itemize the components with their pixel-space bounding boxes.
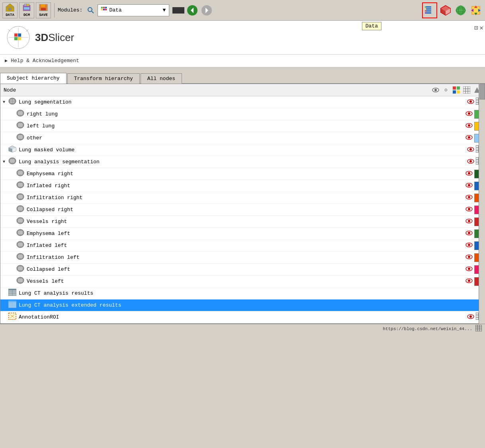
visibility-icon[interactable]	[465, 182, 473, 190]
node-table: Node ○	[0, 84, 485, 324]
tree-row[interactable]: Collapsed left	[0, 264, 485, 276]
visibility-icon[interactable]	[465, 206, 473, 213]
save-button[interactable]: SAVE	[36, 2, 51, 18]
visibility-icon[interactable]	[467, 99, 474, 106]
dcm-button[interactable]: DCM	[19, 2, 34, 18]
app-logo	[6, 25, 30, 49]
svg-rect-2	[8, 8, 12, 10]
tree-row[interactable]: ▼ Lung analysis segmentation	[0, 156, 485, 168]
visibility-icon[interactable]	[465, 194, 473, 202]
visibility-icon[interactable]	[467, 147, 474, 154]
tree-row-selected[interactable]: ▶ Lung CT analysis extended results ○	[0, 299, 485, 311]
module-dropdown[interactable]: Data ▼	[98, 4, 169, 16]
forward-button[interactable]	[200, 4, 213, 17]
maximize-icon[interactable]: ⊡	[474, 24, 478, 32]
sep-1	[54, 3, 55, 18]
layout-selector-rect[interactable]	[172, 7, 184, 14]
visibility-icon[interactable]	[465, 254, 473, 261]
visibility-icon[interactable]	[465, 266, 473, 273]
status-bar: https://blog.csdn.net/weixin_44...	[0, 324, 485, 333]
brain-icon	[16, 277, 24, 286]
tree-row[interactable]: left lung	[0, 120, 485, 132]
tree-row[interactable]: other	[0, 132, 485, 144]
tree-row[interactable]: Emphysema right	[0, 168, 485, 180]
tree-row[interactable]: Vessels right	[0, 216, 485, 228]
svg-rect-5	[27, 4, 29, 6]
data-module-button[interactable]	[422, 2, 437, 18]
svg-rect-56	[453, 90, 456, 94]
dcm-icon	[22, 4, 31, 13]
visibility-icon[interactable]	[467, 314, 474, 321]
node-label: Lung CT analysis extended results	[19, 302, 480, 308]
cube-icon	[8, 145, 16, 155]
color-grid-header-icon[interactable]	[452, 86, 461, 94]
data-button[interactable]: DATA	[2, 2, 18, 18]
dropdown-arrow: ▼	[163, 7, 166, 13]
tree-row[interactable]: ▶ AnnotationROI	[0, 311, 485, 323]
tabs-bar: Subject hierarchy Transform hierarchy Al…	[0, 70, 485, 84]
help-section[interactable]: ▶ Help & Acknowledgement	[0, 55, 485, 67]
eye-header-icon[interactable]	[431, 86, 440, 94]
tree-row[interactable]: right lung	[0, 108, 485, 120]
svg-point-123	[468, 256, 470, 258]
tree-row[interactable]: Collapsed right	[0, 204, 485, 216]
node-label: Emphysema right	[27, 171, 465, 177]
extensions-button[interactable]	[469, 3, 483, 18]
scroll-thumb[interactable]	[479, 84, 485, 100]
tree-row[interactable]: ▶ Lung masked volume	[0, 144, 485, 156]
modules-label: Modules:	[58, 7, 82, 13]
svg-rect-8	[41, 4, 45, 7]
svg-line-11	[92, 11, 94, 13]
circle-header-icon[interactable]: ○	[442, 86, 450, 94]
tree-row[interactable]: Vessels left	[0, 276, 485, 288]
expand-icon[interactable]: ▼	[3, 100, 8, 104]
sphere-button[interactable]	[454, 3, 467, 18]
svg-point-74	[468, 112, 470, 115]
table-data-icon	[8, 289, 16, 298]
node-label: Lung CT analysis results	[19, 290, 480, 296]
3d-view-button[interactable]	[439, 3, 452, 18]
svg-rect-131	[8, 289, 16, 290]
tree-row[interactable]: Infiltration right	[0, 192, 485, 204]
tree-row[interactable]: ▼ Lung segmentation	[0, 96, 485, 108]
visibility-icon[interactable]	[465, 278, 473, 285]
tree-row[interactable]: Inflated right	[0, 180, 485, 192]
svg-point-94	[469, 160, 472, 162]
svg-point-120	[468, 244, 470, 246]
app-title-bold: 3D	[35, 31, 48, 43]
status-grid-icon[interactable]	[475, 325, 482, 333]
tab-subject-hierarchy[interactable]: Subject hierarchy	[0, 73, 66, 84]
svg-point-80	[468, 136, 470, 139]
svg-rect-17	[105, 9, 107, 10]
scrollbar[interactable]	[479, 84, 485, 324]
visibility-icon[interactable]	[467, 158, 474, 166]
svg-point-102	[468, 172, 470, 174]
svg-point-66	[469, 100, 472, 103]
tree-row[interactable]: Inflated left	[0, 240, 485, 252]
visibility-icon[interactable]	[465, 230, 473, 237]
tree-row[interactable]: ▶ Lung CT analysis results ○	[0, 288, 485, 299]
grid-header-icon[interactable]	[462, 86, 471, 94]
dcm-label: DCM	[23, 13, 30, 17]
visibility-icon[interactable]	[465, 123, 473, 130]
visibility-icon[interactable]	[465, 170, 473, 178]
table-header: Node ○	[0, 84, 485, 96]
svg-point-114	[468, 220, 470, 222]
tab-transform-hierarchy[interactable]: Transform hierarchy	[67, 73, 140, 84]
svg-rect-151	[475, 325, 482, 331]
svg-rect-27	[425, 10, 426, 12]
expand-icon[interactable]: ▼	[3, 160, 8, 164]
tree-row[interactable]: Infiltration left	[0, 252, 485, 264]
node-label: Collapsed right	[27, 207, 465, 213]
brain-icon	[16, 133, 24, 143]
visibility-icon[interactable]	[465, 242, 473, 249]
visibility-icon[interactable]	[465, 111, 473, 118]
tree-row[interactable]: Emphysema left	[0, 228, 485, 240]
svg-rect-4	[24, 4, 27, 6]
search-button[interactable]	[86, 5, 96, 16]
tab-all-nodes[interactable]: All nodes	[141, 73, 182, 84]
visibility-icon[interactable]	[465, 135, 473, 142]
back-button[interactable]	[186, 4, 199, 17]
visibility-icon[interactable]	[465, 218, 473, 225]
close-icon[interactable]: ✕	[479, 24, 483, 32]
